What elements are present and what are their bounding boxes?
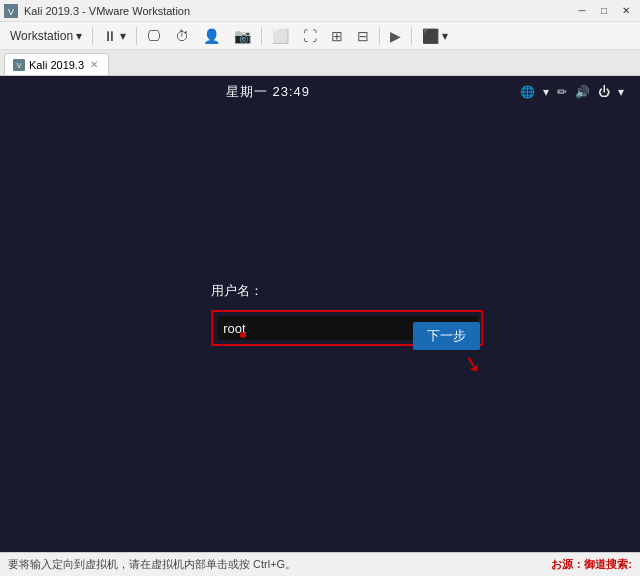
vm-settings-dropdown: ▾ bbox=[442, 29, 448, 43]
window-controls: ─ □ ✕ bbox=[572, 3, 636, 19]
next-button[interactable]: 下一步 bbox=[413, 322, 480, 350]
vm-settings-button[interactable]: ⬛ ▾ bbox=[416, 24, 454, 48]
close-button[interactable]: ✕ bbox=[616, 3, 636, 19]
minimize-button[interactable]: ─ bbox=[572, 3, 592, 19]
maximize-button[interactable]: □ bbox=[594, 3, 614, 19]
svg-text:V: V bbox=[17, 62, 22, 69]
arrow-indicator: ➘ bbox=[461, 350, 485, 380]
view-normal-button[interactable]: ⬜ bbox=[266, 24, 295, 48]
title-left: V Kali 2019.3 - VMware Workstation bbox=[4, 4, 190, 18]
power-icon[interactable]: ⏻ bbox=[598, 85, 610, 99]
screen-icon: 🖵 bbox=[147, 28, 161, 44]
title-bar: V Kali 2019.3 - VMware Workstation ─ □ ✕ bbox=[0, 0, 640, 22]
tab-icon: V bbox=[13, 59, 25, 71]
bottom-hint-text: 要将输入定向到虚拟机，请在虚拟机内部单击或按 Ctrl+G。 bbox=[8, 557, 296, 572]
vm-status-bar: 星期一 23:49 🌐 ▾ ✏ 🔊 ⏻ ▾ bbox=[0, 76, 640, 108]
pause-dropdown-icon: ▾ bbox=[120, 29, 126, 43]
clock-icon: ⏱ bbox=[175, 28, 189, 44]
toolbar-separator-1 bbox=[92, 27, 93, 45]
dot-indicator bbox=[240, 332, 246, 338]
tab-close-button[interactable]: ✕ bbox=[88, 59, 100, 70]
svg-text:V: V bbox=[8, 7, 14, 17]
vm-viewport[interactable]: 星期一 23:49 🌐 ▾ ✏ 🔊 ⏻ ▾ 用户名： 下一步 ➘ bbox=[0, 76, 640, 552]
view-normal-icon: ⬜ bbox=[272, 28, 289, 44]
bottom-status-bar: 要将输入定向到虚拟机，请在虚拟机内部单击或按 Ctrl+G。 お源：御道搜索: bbox=[0, 552, 640, 576]
camera-button[interactable]: 📷 bbox=[228, 24, 257, 48]
vm-settings-icon: ⬛ bbox=[422, 28, 439, 44]
workstation-label: Workstation bbox=[10, 29, 73, 43]
view-extra-icon: ⊟ bbox=[357, 28, 369, 44]
view-fullscreen-icon: ⛶ bbox=[303, 28, 317, 44]
camera-icon: 📷 bbox=[234, 28, 251, 44]
tab-bar: V Kali 2019.3 ✕ bbox=[0, 50, 640, 76]
network-dropdown-icon[interactable]: ▾ bbox=[543, 85, 549, 99]
dropdown-arrow-icon: ▾ bbox=[76, 29, 82, 43]
vm-status-icons: 🌐 ▾ ✏ 🔊 ⏻ ▾ bbox=[520, 85, 624, 99]
view-unity-icon: ⊞ bbox=[331, 28, 343, 44]
window-title: Kali 2019.3 - VMware Workstation bbox=[24, 5, 190, 17]
toolbar-separator-2 bbox=[136, 27, 137, 45]
tab-label: Kali 2019.3 bbox=[29, 59, 84, 71]
username-label: 用户名： bbox=[211, 282, 483, 300]
power-dropdown-icon[interactable]: ▾ bbox=[618, 85, 624, 99]
view-extra-button[interactable]: ⊟ bbox=[351, 24, 375, 48]
edit-icon[interactable]: ✏ bbox=[557, 85, 567, 99]
bottom-right-text: お源：御道搜索: bbox=[551, 557, 632, 572]
vm-clock: 星期一 23:49 bbox=[226, 83, 310, 101]
toolbar: Workstation ▾ ⏸ ▾ 🖵 ⏱ 👤 📷 ⬜ ⛶ ⊞ ⊟ ▶ ⬛ ▾ bbox=[0, 22, 640, 50]
view-fullscreen-button[interactable]: ⛶ bbox=[297, 24, 323, 48]
toolbar-separator-3 bbox=[261, 27, 262, 45]
console-button[interactable]: ▶ bbox=[384, 24, 407, 48]
volume-icon[interactable]: 🔊 bbox=[575, 85, 590, 99]
network-icon[interactable]: 🌐 bbox=[520, 85, 535, 99]
send-ctrl-alt-del-button[interactable]: 🖵 bbox=[141, 24, 167, 48]
snapshot-button[interactable]: ⏱ bbox=[169, 24, 195, 48]
console-icon: ▶ bbox=[390, 28, 401, 44]
toolbar-separator-5 bbox=[411, 27, 412, 45]
pause-button[interactable]: ⏸ ▾ bbox=[97, 24, 132, 48]
pause-icon: ⏸ bbox=[103, 28, 117, 44]
vm-tab[interactable]: V Kali 2019.3 ✕ bbox=[4, 53, 109, 75]
view-unity-button[interactable]: ⊞ bbox=[325, 24, 349, 48]
user-icon: 👤 bbox=[203, 28, 220, 44]
toolbar-separator-4 bbox=[379, 27, 380, 45]
workstation-menu[interactable]: Workstation ▾ bbox=[4, 24, 88, 48]
user-button[interactable]: 👤 bbox=[197, 24, 226, 48]
app-icon: V bbox=[4, 4, 18, 18]
